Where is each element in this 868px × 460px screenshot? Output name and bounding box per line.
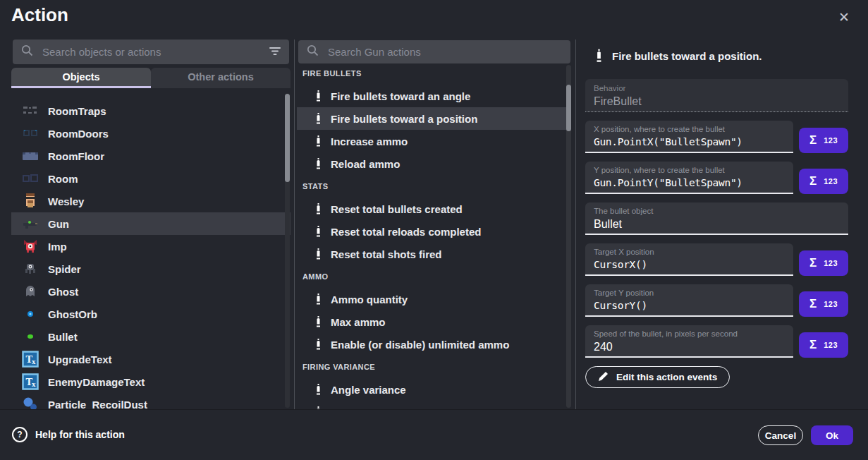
close-icon[interactable]: ✕ xyxy=(835,8,853,26)
bullet-action-icon xyxy=(595,49,603,63)
numbers-icon: 123 xyxy=(824,341,838,349)
action-row-max-ammo[interactable]: Max ammo xyxy=(297,310,566,333)
object-label: Bullet xyxy=(48,331,78,343)
action-row-ammo-quantity[interactable]: Ammo quantity xyxy=(297,288,566,310)
object-label: GhostOrb xyxy=(48,308,97,320)
param-input[interactable]: The bullet objectBullet xyxy=(585,202,848,235)
object-label: RoomTraps xyxy=(48,105,106,117)
room-icon xyxy=(21,169,39,188)
text-icon: Tx xyxy=(21,373,39,391)
param-input[interactable]: Target Y positionCursorY() xyxy=(585,284,793,317)
particle-icon xyxy=(21,395,39,409)
object-label: Room xyxy=(48,173,78,185)
bullet-action-icon xyxy=(315,158,322,170)
gun-icon xyxy=(21,214,39,233)
bullet-action-icon xyxy=(315,316,322,328)
param-value: Gun.PointY("BulletSpawn") xyxy=(594,177,785,188)
sidebar-item-imp[interactable]: Imp xyxy=(11,235,291,258)
svg-text:x: x xyxy=(32,381,36,388)
expression-editor-button[interactable]: Σ123 xyxy=(799,250,848,276)
sigma-icon: Σ xyxy=(809,338,817,352)
sidebar-item-wesley[interactable]: Wesley xyxy=(11,190,291,212)
object-label: Particle_RecoilDust xyxy=(48,399,147,410)
action-row-enable-or-disable-unlimited-ammo[interactable]: Enable (or disable) unlimited ammo xyxy=(297,333,566,356)
section-header-label: AMMO xyxy=(302,272,328,281)
bullet-action-icon xyxy=(315,203,322,215)
actions-search-input[interactable] xyxy=(326,45,562,59)
sidebar-item-particle-recoildust[interactable]: Particle_RecoilDust xyxy=(11,393,291,409)
section-header-label: FIRE BULLETS xyxy=(302,69,362,78)
expression-editor-button[interactable]: Σ123 xyxy=(799,128,848,153)
objects-search-bar[interactable] xyxy=(13,40,289,64)
action-row-reload-ammo[interactable]: Reload ammo xyxy=(297,152,566,175)
sidebar-item-roomtraps[interactable]: RoomTraps xyxy=(11,99,291,122)
action-row-reset-total-shots-fired[interactable]: Reset total shots fired xyxy=(297,243,566,265)
help-button[interactable]: ? Help for this action xyxy=(12,427,125,442)
numbers-icon: 123 xyxy=(824,177,838,186)
action-label: Reset total reloads completed xyxy=(331,226,481,238)
param-input[interactable]: Y position, where to create the bulletGu… xyxy=(585,162,793,194)
bullet-action-icon xyxy=(315,293,322,305)
object-label: Wesley xyxy=(48,195,84,207)
sidebar-item-enemydamagetext[interactable]: TxEnemyDamageText xyxy=(11,370,291,393)
sidebar-item-gun[interactable]: Gun xyxy=(11,212,291,235)
object-label: Imp xyxy=(48,241,67,253)
objects-scrollbar-thumb[interactable] xyxy=(285,94,290,182)
spider-icon xyxy=(21,260,39,278)
roomfloor-icon xyxy=(21,147,39,165)
expression-editor-button[interactable]: Σ123 xyxy=(799,169,848,194)
sidebar-item-roomdoors[interactable]: RoomDoors xyxy=(11,122,291,145)
action-row-angle-variance[interactable]: Angle variance xyxy=(297,378,566,401)
param-field-x-position-where-to-create-the-bullet: X position, where to create the bulletGu… xyxy=(585,121,848,153)
param-label: X position, where to create the bullet xyxy=(594,125,785,133)
sigma-icon: Σ xyxy=(809,133,817,147)
filter-icon[interactable] xyxy=(269,46,281,59)
param-value: Gun.PointX("BulletSpawn") xyxy=(594,136,785,147)
sidebar-item-room[interactable]: Room xyxy=(11,167,291,190)
expression-editor-button[interactable]: Σ123 xyxy=(799,291,848,317)
behavior-field: Behavior FireBullet xyxy=(585,79,848,112)
numbers-icon: 123 xyxy=(824,136,838,145)
sidebar-item-bullet[interactable]: Bullet xyxy=(11,325,291,348)
bullet-action-icon xyxy=(315,135,322,147)
ghost-icon xyxy=(21,282,39,301)
action-label: Reset total bullets created xyxy=(331,203,463,215)
tab-objects[interactable]: Objects xyxy=(11,68,151,88)
edit-action-events-button[interactable]: Edit this action events xyxy=(585,366,730,388)
sidebar-item-ghostorb[interactable]: GhostOrb xyxy=(11,303,291,325)
param-label: Y position, where to create the bullet xyxy=(594,166,785,174)
sidebar-item-upgradetext[interactable]: TxUpgradeText xyxy=(11,348,291,370)
imp-icon xyxy=(21,237,39,255)
object-list: RoomTrapsRoomDoorsRoomFloorRoomWesleyGun… xyxy=(11,92,291,409)
object-label: RoomFloor xyxy=(48,150,104,162)
action-row-fire-bullets-toward-a-position[interactable]: Fire bullets toward a position xyxy=(297,107,566,130)
param-input[interactable]: Speed of the bullet, in pixels per secon… xyxy=(585,325,793,358)
bullet-icon xyxy=(21,327,39,346)
param-field-target-x-position: Target X positionCursorX()Σ123 xyxy=(585,243,848,276)
param-input[interactable]: X position, where to create the bulletGu… xyxy=(585,121,793,153)
action-label: Fire bullets toward a position xyxy=(331,113,477,125)
sidebar-item-spider[interactable]: Spider xyxy=(11,258,291,280)
action-row-row[interactable] xyxy=(297,401,566,409)
action-label: Increase ammo xyxy=(331,135,408,147)
param-fields: X position, where to create the bulletGu… xyxy=(585,121,848,358)
sigma-icon: Σ xyxy=(809,256,817,270)
action-row-fire-bullets-toward-an-angle[interactable]: Fire bullets toward an angle xyxy=(297,85,566,107)
param-value: 240 xyxy=(594,341,785,353)
actions-search-bar[interactable] xyxy=(298,40,570,63)
tab-other-actions[interactable]: Other actions xyxy=(151,68,291,88)
objects-search-input[interactable] xyxy=(41,45,262,59)
cancel-button[interactable]: Cancel xyxy=(758,425,803,445)
roomdoors-icon xyxy=(21,124,39,143)
action-row-reset-total-reloads-completed[interactable]: Reset total reloads completed xyxy=(297,220,566,243)
action-row-reset-total-bullets-created[interactable]: Reset total bullets created xyxy=(297,198,566,220)
ok-button[interactable]: Ok xyxy=(811,425,853,445)
sidebar-item-ghost[interactable]: Ghost xyxy=(11,280,291,303)
actions-scrollbar-thumb[interactable] xyxy=(566,85,571,131)
param-label: The bullet object xyxy=(594,207,840,215)
expression-editor-button[interactable]: Σ123 xyxy=(799,332,848,358)
sidebar-item-roomfloor[interactable]: RoomFloor xyxy=(11,145,291,167)
action-row-increase-ammo[interactable]: Increase ammo xyxy=(297,130,566,152)
svg-text:x: x xyxy=(32,358,36,365)
param-input[interactable]: Target X positionCursorX() xyxy=(585,243,793,276)
